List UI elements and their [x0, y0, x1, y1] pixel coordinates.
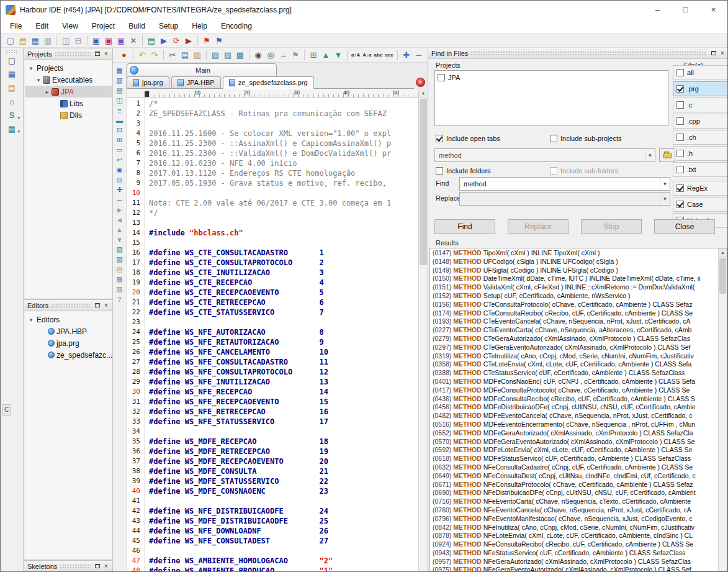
stream-select-icon[interactable]: ▧	[210, 50, 221, 61]
shift-left-icon[interactable]: ◄	[115, 215, 125, 224]
scope-combobox[interactable]: method ▼	[434, 148, 655, 162]
file-tab-ze-spedsefazclass-prg[interactable]: ze_spedsefazclass.prg	[223, 76, 314, 89]
result-row[interactable]: (0957) METHOD NFeGeraAutorizado( cXmlAss…	[430, 558, 717, 566]
toolbar-grip[interactable]	[6, 50, 18, 53]
editors-tree[interactable]: ▾EditorsJPA.HBPjpa.prgze_spedsefazc...	[25, 312, 112, 559]
menu-file[interactable]: File	[3, 19, 29, 34]
result-row[interactable]: (0671) METHOD NFeConsultaProtocolo( cCha…	[430, 481, 717, 489]
result-row[interactable]: (0716) METHOD NFeEventoCarta( cChave, nS…	[430, 497, 717, 506]
filter--c[interactable]: .c	[673, 98, 728, 112]
print-icon[interactable]: ▥	[42, 35, 53, 46]
save-icon[interactable]: ▥	[115, 76, 125, 85]
to-upper-icon[interactable]: a↑A	[350, 52, 361, 58]
replace-input[interactable]: ▼	[459, 192, 670, 206]
file-tab-jpa-hbp[interactable]: JPA.HBP	[171, 76, 221, 88]
move-line-up-icon[interactable]: ▲	[320, 50, 331, 61]
column-select-icon[interactable]: ▨	[222, 50, 233, 61]
tree-group-libs[interactable]: Libs	[25, 98, 112, 109]
menu-encoding[interactable]: Encoding	[214, 19, 259, 34]
close-panel-icon[interactable]: ×	[102, 562, 110, 571]
menu-help[interactable]: Help	[185, 19, 214, 34]
include-open-tabs-option[interactable]: Include open tabs	[436, 135, 500, 142]
ruler-icon[interactable]: ▬	[115, 116, 125, 125]
result-row[interactable]: (0796) METHOD NFeEventoManifestacao( cCh…	[430, 515, 717, 524]
result-row[interactable]: (0760) METHOD NFeEventoCancela( cChave, …	[430, 506, 717, 515]
expand-arrow-icon[interactable]: ▾	[35, 77, 42, 83]
tree-project-jpa[interactable]: ▸JPA	[25, 86, 112, 98]
find-button[interactable]: Find	[434, 219, 495, 234]
word-wrap-icon[interactable]: ↩	[115, 155, 125, 165]
filter--txt[interactable]: .txt	[673, 162, 728, 177]
result-row[interactable]: (0456) METHOD MDFeDistribuicaoDFe( cCnpj…	[430, 403, 717, 412]
editors-panel-header[interactable]: Editors ×	[24, 300, 112, 311]
code-editor[interactable]: /*ZE_SPEDSEFAZCLASS - Rotinas pra comuni…	[145, 98, 418, 571]
checkbox[interactable]	[436, 135, 443, 142]
copy-icon[interactable]: ▤	[179, 50, 191, 61]
result-row[interactable]: (0401) METHOD MDFeConsNaoEnc( cUF, cCNPJ…	[430, 378, 717, 386]
result-row[interactable]: (0358) METHOD CTeLoteEnvia( cXml, cLote,…	[430, 360, 717, 369]
bookmark-icon[interactable]: ⚑	[290, 50, 301, 61]
include-folders-option[interactable]: Include folders	[436, 167, 491, 175]
view-tab-main[interactable]: Main	[127, 63, 277, 76]
file-tab-jpa-prg[interactable]: jpa.prg	[127, 76, 169, 88]
compile-icon[interactable]: ▣	[91, 35, 102, 46]
mark-occurrences-icon[interactable]: ◉	[115, 165, 125, 175]
stop-compile-icon[interactable]: ✕	[128, 35, 139, 46]
open-project-icon[interactable]: ▤	[5, 81, 19, 94]
line-select-icon[interactable]: ▩	[235, 50, 246, 61]
titlebar[interactable]: Harbour IDE (r454) [JPA] [D:/CDROM/FONTE…	[1, 1, 727, 19]
rebuild-launch-icon[interactable]: ▶	[183, 35, 194, 46]
result-row[interactable]: (0148) METHOD UFCodigo( cSigla ) INLINE …	[430, 258, 717, 266]
chevron-down-icon[interactable]: ▼	[660, 178, 670, 190]
checkbox[interactable]	[676, 69, 684, 76]
checkbox[interactable]	[676, 150, 684, 157]
tree-group-executables[interactable]: ▾Executables	[25, 74, 112, 86]
float-panel-icon[interactable]	[93, 50, 102, 58]
help-icon[interactable]: ?	[115, 294, 125, 304]
split-view-icon[interactable]: ◫	[115, 96, 125, 105]
close-tab-button[interactable]: ×	[416, 78, 425, 87]
expand-arrow-icon[interactable]: ▸	[43, 89, 51, 95]
result-row[interactable]: (0147) METHOD TipoXml( cXml ) INLINE Tip…	[430, 249, 717, 258]
split-horizontal-icon[interactable]: ◫	[60, 35, 71, 46]
filter-case[interactable]: Case	[673, 197, 728, 212]
unfold-all-icon[interactable]: ⊞	[115, 135, 125, 145]
fold-all-icon[interactable]: ⊟	[115, 125, 125, 135]
browse-folder-button[interactable]	[659, 148, 675, 162]
save-file-icon[interactable]: ▦	[30, 35, 41, 46]
checkbox[interactable]	[676, 166, 684, 173]
result-row[interactable]: (0417) METHOD MDFeConsultaProtocolo( cCh…	[430, 386, 717, 395]
block-comment-icon[interactable]: ▨	[115, 255, 125, 264]
print-page-icon[interactable]: ▤	[115, 86, 125, 95]
themes-menu-icon[interactable]: S▾	[5, 109, 19, 121]
paste-icon[interactable]: ▥	[192, 50, 203, 61]
tree-editor-jpa-hbp[interactable]: JPA.HBP	[25, 325, 112, 337]
close-button[interactable]: Close	[654, 219, 715, 234]
tree-root-editors[interactable]: ▾Editors	[25, 314, 112, 325]
close-panel-icon[interactable]: ×	[718, 49, 727, 58]
stringify-icon[interactable]: sec	[384, 52, 394, 58]
result-row[interactable]: (0842) METHOD NFeInutiliza( cAno, cCnpj,…	[430, 524, 717, 532]
undo-icon[interactable]: ↶	[137, 50, 148, 61]
skeletons-panel-header[interactable]: Skeletons ×	[24, 561, 112, 572]
result-row[interactable]: (0570) METHOD MDFeGeraEventoAutorizado( …	[430, 438, 717, 447]
scroll-up-icon[interactable]: ▲	[719, 248, 727, 257]
float-panel-icon[interactable]	[93, 562, 102, 571]
flag-red-icon[interactable]: ⚑	[201, 35, 212, 46]
projects-panel-header[interactable]: Projects ×	[24, 48, 112, 60]
match-braces-icon[interactable]: ◎	[115, 175, 125, 184]
project-list-item[interactable]: JPA	[438, 73, 665, 83]
filter--prg[interactable]: .prg	[673, 81, 728, 96]
preprocess-icon[interactable]: ▣	[115, 35, 127, 46]
result-row[interactable]: (0156) METHOD CTeConsultaProtocolo( cCha…	[430, 301, 717, 309]
menu-build[interactable]: Build	[122, 19, 152, 34]
save-all-icon[interactable]: ▦	[5, 68, 19, 80]
result-row[interactable]: (0632) METHOD NFeConsultaCadastro( cCnpj…	[430, 463, 717, 472]
scrollbar-thumb[interactable]	[420, 99, 427, 265]
find-icon[interactable]: ◉	[253, 50, 264, 61]
maximize-button[interactable]: □	[672, 1, 699, 19]
split-vertical-icon[interactable]: ⊟	[73, 35, 84, 46]
menu-setup[interactable]: Setup	[152, 19, 185, 34]
new-file-icon[interactable]: ▢	[5, 35, 16, 46]
result-row[interactable]: (0690) METHOD NFeDistribuicaoDFe( cCnpj,…	[430, 489, 717, 497]
